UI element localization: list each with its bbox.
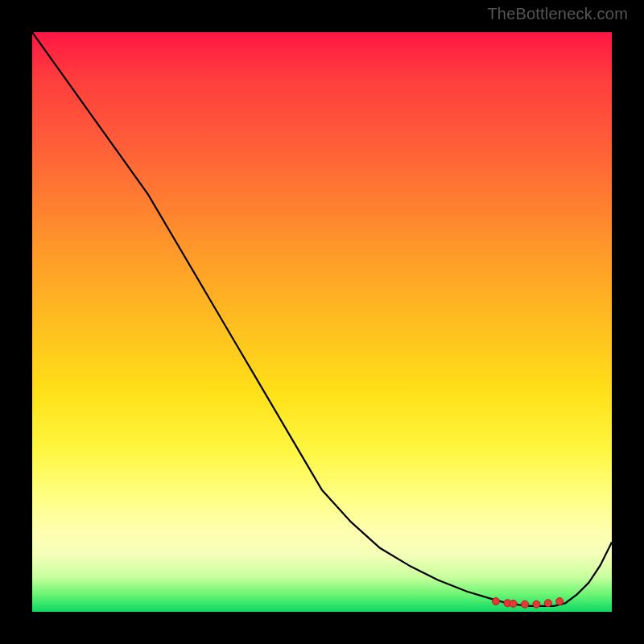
- chart-container: TheBottleneck.com: [0, 0, 644, 644]
- chart-svg: [32, 32, 612, 612]
- data-marker: [556, 598, 564, 605]
- chart-line: [32, 32, 612, 606]
- data-marker: [544, 600, 551, 607]
- watermark-text: TheBottleneck.com: [487, 5, 628, 23]
- data-marker: [522, 601, 529, 608]
- data-marker: [493, 598, 500, 605]
- data-marker: [510, 600, 517, 607]
- plot-area: [32, 32, 612, 612]
- data-marker: [533, 601, 540, 608]
